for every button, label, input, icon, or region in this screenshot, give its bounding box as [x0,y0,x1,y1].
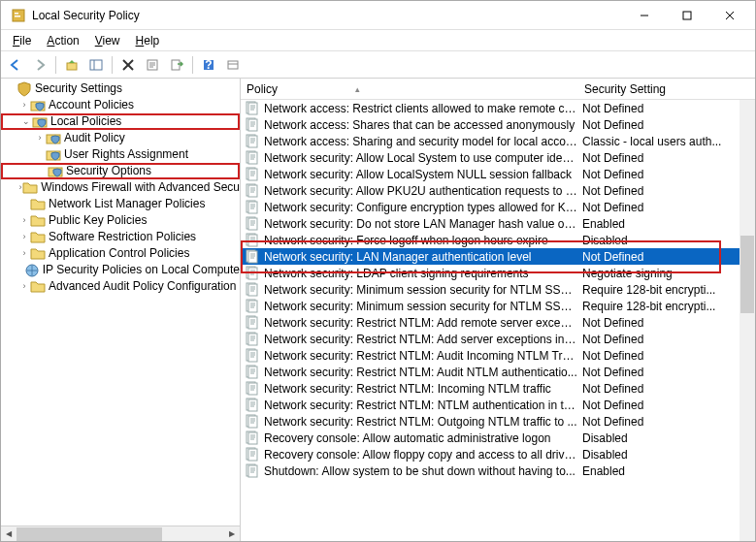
svg-rect-113 [248,383,257,395]
delete-button[interactable] [117,54,139,76]
svg-rect-1 [15,13,18,15]
expand-icon[interactable]: › [18,212,30,229]
list-body[interactable]: Network access: Restrict clients allowed… [241,100,755,541]
export-button[interactable] [166,54,187,76]
policy-row[interactable]: Network security: Restrict NTLM: Audit N… [241,364,755,380]
policy-icon [245,249,260,265]
scroll-right-icon[interactable]: ▶ [224,527,240,541]
policy-row[interactable]: Network security: Restrict NTLM: Incomin… [241,380,755,397]
policy-row[interactable]: Network security: Allow LocalSystem NULL… [241,166,755,182]
svg-rect-128 [248,432,257,444]
policy-name: Network security: Restrict NTLM: Outgoin… [264,415,578,429]
policy-row[interactable]: Shutdown: Allow system to be shut down w… [241,462,755,479]
policy-name: Network security: Restrict NTLM: Incomin… [264,382,578,396]
collapse-icon[interactable]: ⌄ [20,113,32,130]
menu-help[interactable]: Help [130,32,166,49]
tree-item[interactable]: ›Software Restriction Policies [1,229,240,245]
expand-icon[interactable] [5,80,16,97]
policy-row[interactable]: Network security: Restrict NTLM: NTLM au… [241,397,755,413]
tree-root[interactable]: Security Settings [1,80,240,97]
tree-item[interactable]: ⌄Local Policies [1,113,240,130]
policy-setting: Disabled [578,448,755,462]
policy-row[interactable]: Network security: Configure encryption t… [241,199,755,215]
policy-setting: Not Defined [578,333,755,346]
close-button[interactable] [708,2,751,29]
policy-row[interactable]: Network security: Allow Local System to … [241,149,755,166]
policy-row[interactable]: Network access: Shares that can be acces… [241,116,755,133]
policy-row[interactable]: Network access: Sharing and security mod… [241,133,755,149]
up-button[interactable] [61,54,82,76]
policy-setting: Enabled [578,464,755,478]
tree-item[interactable]: User Rights Assignment [1,146,240,163]
policy-row[interactable]: Recovery console: Allow automatic admini… [241,430,755,446]
svg-rect-83 [248,284,257,296]
policy-name: Network security: Restrict NTLM: Audit I… [264,349,578,363]
tree-item-label: Network List Manager Policies [49,196,205,212]
tree-item[interactable]: ›Advanced Audit Policy Configuration [1,278,240,295]
folder-icon [30,279,46,295]
shield-icon [46,131,61,146]
minimize-button[interactable] [623,2,666,29]
separator [55,56,56,74]
policy-row[interactable]: Network security: Restrict NTLM: Add ser… [241,331,755,347]
tree[interactable]: Security Settings ›Account Policies⌄Loca… [1,79,240,526]
policy-setting: Negotiate signing [578,267,755,280]
policy-row[interactable]: Network security: Minimum session securi… [241,281,755,298]
tree-pane: Security Settings ›Account Policies⌄Loca… [1,79,241,541]
policy-row[interactable]: Network security: Minimum session securi… [241,298,755,314]
column-policy[interactable]: Policy ▴ [241,82,578,96]
tree-item[interactable]: Network List Manager Policies [1,196,240,212]
policy-row[interactable]: Network security: Restrict NTLM: Add rem… [241,314,755,331]
expand-icon[interactable]: › [18,229,30,245]
help-button[interactable]: ? [198,54,219,76]
tree-item[interactable]: ›Account Policies [1,97,240,113]
policy-setting: Not Defined [578,382,755,396]
tree-item[interactable]: ›Audit Policy [1,130,240,146]
back-button[interactable] [5,54,26,76]
policy-row[interactable]: Network access: Restrict clients allowed… [241,100,755,116]
vertical-scrollbar[interactable] [740,100,755,541]
scroll-thumb[interactable] [740,236,754,313]
policy-row[interactable]: Network security: LAN Manager authentica… [241,248,755,265]
policy-row[interactable]: Network security: Allow PKU2U authentica… [241,182,755,199]
policy-row[interactable]: Network security: LDAP client signing re… [241,265,755,281]
policy-icon [245,315,260,331]
policy-icon [245,266,260,281]
forward-button[interactable] [29,54,50,76]
scroll-left-icon[interactable]: ◀ [1,527,16,541]
tree-item[interactable]: ›Application Control Policies [1,245,240,262]
list-pane: Policy ▴ Security Setting Network access… [241,79,755,541]
policy-row[interactable]: Network security: Restrict NTLM: Outgoin… [241,413,755,430]
tree-item[interactable]: ›Public Key Policies [1,212,240,229]
tree-item-label: Software Restriction Policies [49,229,196,245]
maximize-button[interactable] [666,2,708,29]
policy-row[interactable]: Recovery console: Allow floppy copy and … [241,446,755,462]
expand-icon[interactable]: › [18,278,30,295]
expand-icon[interactable]: › [18,97,30,113]
svg-rect-108 [248,367,257,378]
policy-row[interactable]: Network security: Do not store LAN Manag… [241,215,755,232]
policy-row[interactable]: Network security: Force logoff when logo… [241,232,755,248]
policy-row[interactable]: Network security: Restrict NTLM: Audit I… [241,347,755,364]
tree-item[interactable]: ›Windows Firewall with Advanced Secu [1,179,240,196]
policy-name: Network security: Restrict NTLM: Add ser… [264,333,578,346]
tree-item[interactable]: Security Options [1,163,240,179]
tree-item[interactable]: IP Security Policies on Local Compute [1,262,240,278]
menu-action[interactable]: Action [41,32,84,49]
show-hide-tree-button[interactable] [85,54,107,76]
column-setting[interactable]: Security Setting [578,82,755,96]
expand-icon[interactable]: › [34,130,46,146]
svg-rect-4 [683,12,691,19]
tree-item-label: Audit Policy [64,130,125,146]
menu-file[interactable]: File [7,32,37,49]
menu-view[interactable]: View [89,32,126,49]
shield-icon [32,114,48,130]
svg-rect-58 [248,202,257,213]
scroll-thumb[interactable] [16,527,162,541]
properties-button[interactable] [142,54,163,76]
refresh-button[interactable] [222,54,244,76]
tree-item-label: Security Options [66,163,151,179]
horizontal-scrollbar[interactable]: ◀ ▶ [1,526,240,541]
expand-icon[interactable]: › [18,245,30,262]
svg-rect-93 [248,317,257,329]
